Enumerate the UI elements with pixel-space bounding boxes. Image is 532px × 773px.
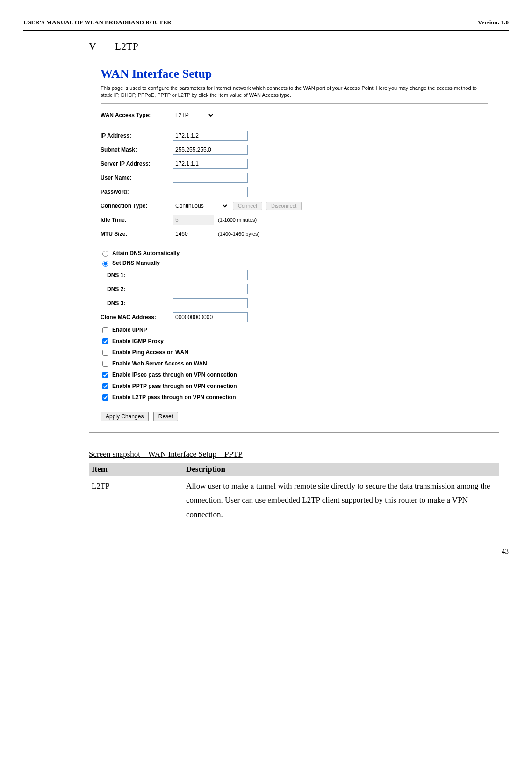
subnet-mask-input[interactable] (173, 145, 248, 155)
table-cell-desc: Allow user to make a tunnel with remote … (183, 476, 499, 525)
dns1-input[interactable] (173, 270, 248, 280)
idle-time-hint: (1-1000 minutes) (218, 217, 257, 223)
screenshot-caption: Screen snapshot – WAN Interface Setup – … (89, 450, 499, 459)
upnp-label: Enable uPNP (112, 327, 147, 333)
dns3-label: DNS 3: (101, 300, 173, 306)
page-header: USER'S MANUAL OF WLAN BROADBAND ROUTER V… (23, 19, 509, 31)
clone-mac-label: Clone MAC Address: (101, 314, 173, 321)
idle-time-label: Idle Time: (101, 217, 173, 223)
idle-time-input[interactable] (173, 215, 214, 225)
pptp-label: Enable PPTP pass through on VPN connecti… (112, 383, 237, 389)
table-header-desc: Description (183, 463, 499, 476)
wan-access-type-label: WAN Access Type: (101, 112, 173, 118)
wan-access-type-select[interactable]: L2TP (173, 110, 215, 120)
user-name-input[interactable] (173, 173, 248, 183)
mtu-hint: (1400-1460 bytes) (218, 231, 259, 237)
reset-button[interactable]: Reset (153, 412, 178, 421)
table-row: L2TP Allow user to make a tunnel with re… (89, 476, 499, 525)
header-right: Version: 1.0 (478, 19, 509, 26)
dns-manual-radio[interactable] (102, 261, 108, 267)
password-label: Password: (101, 189, 173, 195)
connect-button[interactable]: Connect (233, 202, 262, 210)
page-footer: 43 (23, 544, 509, 555)
ipsec-label: Enable IPsec pass through on VPN connect… (112, 372, 237, 378)
ip-address-input[interactable] (173, 131, 248, 141)
upnp-checkbox[interactable] (102, 327, 108, 333)
table-header-item: Item (89, 463, 183, 476)
divider (101, 103, 488, 104)
ping-label: Enable Ping Access on WAN (112, 349, 188, 356)
dns1-label: DNS 1: (101, 272, 173, 278)
l2tp-checkbox[interactable] (102, 394, 108, 401)
pptp-checkbox[interactable] (102, 383, 108, 389)
mtu-input[interactable] (173, 229, 214, 239)
igmp-label: Enable IGMP Proxy (112, 338, 164, 344)
dns-auto-radio[interactable] (102, 251, 108, 257)
mtu-label: MTU Size: (101, 231, 173, 237)
header-left: USER'S MANUAL OF WLAN BROADBAND ROUTER (23, 19, 172, 26)
page-number: 43 (502, 547, 509, 555)
disconnect-button[interactable]: Disconnect (266, 202, 302, 210)
connection-type-select[interactable]: Continuous (173, 201, 229, 211)
section-title: V L2TP (89, 40, 499, 52)
user-name-label: User Name: (101, 175, 173, 181)
l2tp-label: Enable L2TP pass through on VPN connecti… (112, 394, 236, 401)
connection-type-label: Connection Type: (101, 203, 173, 209)
dns-auto-label: Attain DNS Automatically (112, 250, 180, 256)
section-roman: V (89, 40, 112, 52)
section-name: L2TP (115, 40, 138, 52)
subnet-mask-label: Subnet Mask: (101, 146, 173, 153)
web-checkbox[interactable] (102, 361, 108, 367)
setup-title: WAN Interface Setup (101, 67, 488, 81)
server-ip-label: Server IP Address: (101, 160, 173, 167)
ping-checkbox[interactable] (102, 350, 108, 356)
apply-changes-button[interactable]: Apply Changes (101, 412, 149, 421)
dns-manual-label: Set DNS Manually (112, 260, 160, 266)
ipsec-checkbox[interactable] (102, 372, 108, 378)
dns2-label: DNS 2: (101, 286, 173, 292)
description-table: Item Description L2TP Allow user to make… (89, 463, 499, 525)
table-cell-item: L2TP (89, 476, 183, 525)
web-label: Enable Web Server Access on WAN (112, 360, 207, 367)
wan-setup-screenshot: WAN Interface Setup This page is used to… (89, 58, 499, 433)
ip-address-label: IP Address: (101, 132, 173, 139)
dns3-input[interactable] (173, 298, 248, 308)
clone-mac-input[interactable] (173, 312, 248, 322)
igmp-checkbox[interactable] (102, 338, 108, 344)
divider (101, 405, 488, 405)
server-ip-input[interactable] (173, 159, 248, 169)
setup-description: This page is used to configure the param… (101, 85, 488, 99)
dns2-input[interactable] (173, 284, 248, 294)
password-input[interactable] (173, 187, 248, 197)
